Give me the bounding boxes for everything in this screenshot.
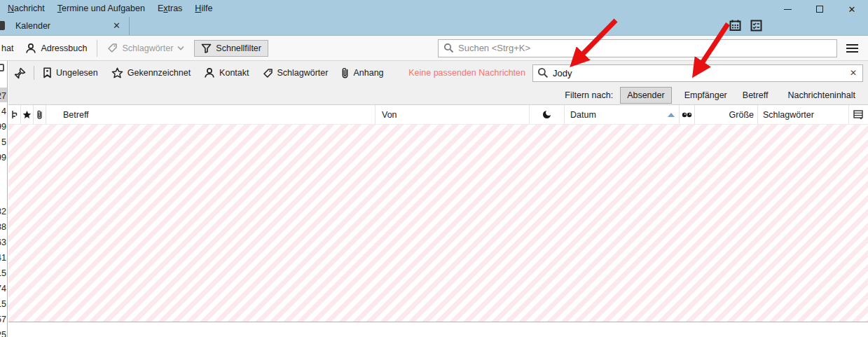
calendar-icon — [729, 20, 741, 32]
maximize-button[interactable] — [804, 3, 836, 15]
column-junk[interactable] — [530, 105, 565, 124]
filter-by-label: Filtern nach: — [565, 90, 613, 100]
window-controls: ✕ — [771, 3, 868, 15]
close-button[interactable]: ✕ — [836, 3, 868, 15]
quickfilter-separator — [34, 66, 34, 80]
target-betreff-button[interactable]: Betreff — [736, 87, 776, 104]
addressbook-button[interactable]: Adressbuch — [24, 40, 88, 57]
junk-icon — [542, 110, 551, 119]
filter-unread-label: Ungelesen — [56, 68, 98, 78]
column-thread[interactable] — [8, 105, 21, 124]
main-pane: 27499599323863411574155725 — [0, 61, 868, 337]
global-search-field[interactable] — [438, 39, 837, 57]
filter-starred-label: Gekennzeichnet — [128, 68, 191, 78]
menu-bar: Nachricht Termine und Aufgaben Extras Hi… — [0, 0, 868, 17]
tab-bar: Kalender ✕ — [0, 17, 868, 36]
filter-attachment-button[interactable]: Anhang — [340, 65, 385, 81]
clear-search-icon[interactable]: ✕ — [848, 68, 858, 78]
search-icon — [443, 43, 454, 53]
column-schlagwoerter[interactable]: Schlagwörter — [758, 105, 849, 124]
quickfilter-search-input[interactable] — [553, 68, 844, 78]
pin-icon — [14, 67, 26, 79]
folder-unread-count: 27 — [0, 91, 6, 101]
quickfilter-search-field[interactable]: ✕ — [532, 64, 863, 82]
tag-icon — [107, 43, 118, 53]
chat-button-clipped[interactable]: hat — [0, 41, 15, 56]
folder-unread-count: 25 — [0, 330, 6, 337]
filter-contact-button[interactable]: Kontakt — [202, 65, 250, 81]
person-icon — [25, 43, 36, 54]
app-menu-button[interactable] — [846, 44, 858, 53]
quickfilter-sticky-button[interactable] — [14, 67, 26, 79]
column-attachment[interactable] — [34, 105, 46, 124]
tags-dropdown-button[interactable]: Schlagwörter — [106, 40, 186, 56]
tab-kalender[interactable]: Kalender ✕ — [0, 17, 130, 35]
menu-extras[interactable]: Extras — [151, 1, 188, 15]
maximize-icon — [816, 6, 823, 13]
folder-unread-count: 4 — [1, 106, 6, 116]
filter-unread-button[interactable]: Ungelesen — [41, 65, 99, 81]
column-von[interactable]: Von — [376, 105, 530, 124]
minimize-button[interactable] — [771, 3, 804, 15]
column-groesse[interactable]: Größe — [695, 105, 758, 124]
target-absender-button[interactable]: Absender — [620, 87, 672, 104]
tasks-icon — [750, 20, 762, 32]
minimize-icon — [784, 9, 792, 10]
tab-close-icon[interactable]: ✕ — [113, 20, 120, 31]
filter-tags-button[interactable]: Schlagwörter — [261, 66, 330, 81]
no-matches-status: Keine passenden Nachrichten — [408, 68, 525, 78]
quickfilter-toolbar-button[interactable]: Schnellfilter — [194, 40, 268, 57]
paperclip-icon — [36, 110, 43, 120]
folder-unread-count: 38 — [0, 222, 6, 232]
folder-unread-count: 41 — [0, 253, 6, 263]
menu-termine-und-aufgaben[interactable]: Termine und Aufgaben — [51, 1, 151, 15]
column-read[interactable] — [680, 105, 695, 124]
tasks-tab-button[interactable] — [750, 19, 763, 32]
column-picker-icon — [853, 110, 864, 120]
tag-icon — [263, 68, 273, 78]
bookmark-icon — [43, 67, 52, 78]
folder-unread-count: 32 — [0, 207, 6, 216]
message-list-header: Betreff Von Datum — [8, 105, 868, 125]
global-search-input[interactable] — [458, 43, 832, 53]
column-betreff[interactable]: Betreff — [46, 105, 376, 124]
folder-unread-count: 99 — [0, 153, 6, 163]
target-nachrichteninhalt-button[interactable]: Nachrichteninhalt — [780, 87, 862, 104]
folder-pane-partial-icon — [0, 64, 4, 71]
message-list-empty[interactable] — [8, 125, 868, 322]
tab-label: Kalender — [15, 21, 50, 31]
folder-unread-count: 15 — [0, 268, 6, 278]
column-star[interactable] — [21, 105, 34, 124]
thunderbird-window: Nachricht Termine und Aufgaben Extras Hi… — [0, 0, 868, 337]
chat-label: hat — [1, 43, 13, 53]
filter-target-row: Filtern nach: Absender Empfänger Betreff… — [8, 85, 868, 105]
folder-pane-clipped[interactable]: 27499599323863411574155725 — [0, 61, 8, 337]
folder-unread-count: 74 — [0, 284, 6, 294]
toolbar-separator — [97, 40, 97, 57]
column-datum[interactable]: Datum — [565, 105, 680, 124]
funnel-icon — [201, 43, 212, 53]
menu-nachricht[interactable]: Nachricht — [1, 1, 51, 15]
tab-icon — [0, 21, 5, 30]
message-pane-bottom — [8, 323, 868, 337]
calendar-tab-button[interactable] — [729, 19, 742, 32]
read-icon — [682, 112, 692, 118]
folder-unread-count: 15 — [0, 299, 6, 309]
folder-unread-count: 57 — [0, 315, 6, 324]
sort-ascending-icon — [668, 113, 675, 117]
close-icon: ✕ — [848, 5, 856, 14]
hamburger-icon — [846, 44, 858, 46]
folder-unread-count: 63 — [0, 238, 6, 247]
column-picker-button[interactable] — [849, 105, 868, 124]
thread-icon — [11, 110, 18, 119]
filter-starred-button[interactable]: Gekennzeichnet — [110, 65, 192, 81]
search-icon — [537, 67, 549, 78]
target-empfaenger-button[interactable]: Empfänger — [677, 87, 734, 104]
star-outline-icon — [111, 67, 123, 78]
folder-unread-count: 99 — [0, 122, 6, 132]
menu-hilfe[interactable]: Hilfe — [188, 1, 219, 15]
addressbook-label: Adressbuch — [41, 43, 87, 53]
mail-toolbar: hat Adressbuch Schlagwörter Schnellfi — [0, 36, 868, 61]
quickfilter-label: Schnellfilter — [216, 43, 261, 53]
person-icon — [204, 67, 215, 78]
